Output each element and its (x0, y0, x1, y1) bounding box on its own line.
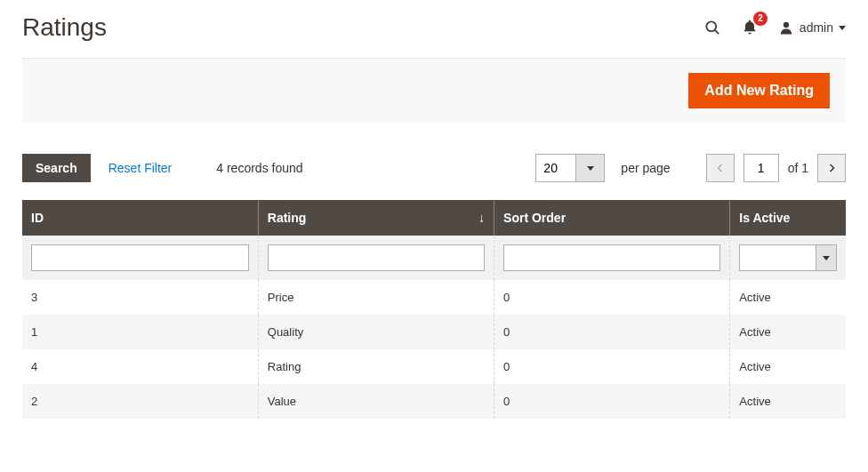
table-row[interactable]: 1Quality0Active (22, 315, 846, 349)
actions-bar: Add New Rating (22, 58, 846, 123)
page-title: Ratings (22, 13, 107, 42)
filter-sort-order-input[interactable] (503, 244, 720, 271)
chevron-left-icon (716, 164, 725, 172)
pager-current-page-input[interactable] (743, 154, 779, 182)
svg-point-2 (784, 22, 789, 28)
grid-header-row: ID Rating ↓ Sort Order Is Active (22, 200, 846, 236)
toolbar-right: per page of 1 (535, 154, 846, 182)
cell-rating: Quality (258, 315, 494, 349)
col-header-sort-order[interactable]: Sort Order (494, 200, 730, 236)
grid-toolbar: Search Reset Filter 4 records found per … (22, 154, 846, 182)
table-row[interactable]: 3Price0Active (22, 280, 846, 315)
page-header: Ratings 2 admin (22, 13, 846, 42)
records-found-label: 4 records found (216, 161, 302, 175)
col-header-id[interactable]: ID (22, 200, 258, 236)
notifications-icon[interactable]: 2 (741, 19, 759, 36)
admin-username: admin (800, 20, 833, 35)
col-header-rating[interactable]: Rating ↓ (258, 200, 494, 236)
cell-id: 1 (22, 315, 258, 349)
caret-down-icon (839, 26, 846, 30)
pager-of-total: of 1 (788, 161, 808, 175)
cell-rating: Value (258, 384, 494, 419)
ratings-grid: ID Rating ↓ Sort Order Is Active (22, 200, 846, 419)
chevron-down-icon (816, 244, 837, 271)
page-size-dropdown-arrow[interactable] (576, 154, 605, 182)
pager: of 1 (706, 154, 846, 182)
pager-next-button[interactable] (817, 154, 846, 182)
search-icon[interactable] (703, 19, 721, 36)
search-button[interactable]: Search (22, 154, 91, 182)
cell-sort_order: 0 (494, 280, 730, 315)
table-row[interactable]: 2Value0Active (22, 384, 846, 419)
cell-sort_order: 0 (494, 315, 730, 349)
cell-is_active: Active (730, 315, 846, 349)
svg-line-1 (715, 30, 719, 34)
per-page-label: per page (621, 161, 670, 175)
chevron-right-icon (827, 164, 836, 172)
grid-filter-row (22, 236, 846, 280)
add-new-rating-button[interactable]: Add New Rating (688, 73, 830, 108)
col-header-is-active[interactable]: Is Active (730, 200, 846, 236)
cell-is_active: Active (730, 349, 846, 384)
filter-rating-input[interactable] (268, 244, 485, 271)
cell-id: 2 (22, 384, 258, 419)
filter-id-input[interactable] (31, 244, 249, 271)
cell-rating: Rating (258, 349, 494, 384)
reset-filter-link[interactable]: Reset Filter (108, 161, 173, 175)
table-row[interactable]: 4Rating0Active (22, 349, 846, 384)
cell-id: 3 (22, 280, 258, 315)
filter-is-active-select[interactable] (739, 244, 837, 271)
notification-badge: 2 (753, 12, 768, 26)
cell-rating: Price (258, 280, 494, 315)
svg-point-0 (706, 21, 716, 31)
admin-user-menu[interactable]: admin (778, 20, 846, 36)
header-actions: 2 admin (703, 19, 846, 36)
sort-arrow-down-icon: ↓ (478, 211, 485, 225)
cell-is_active: Active (730, 280, 846, 315)
cell-sort_order: 0 (494, 384, 730, 419)
page-size-input[interactable] (535, 154, 576, 182)
cell-is_active: Active (730, 384, 846, 419)
page-size-select[interactable] (535, 154, 605, 182)
user-icon (778, 20, 794, 36)
toolbar-left: Search Reset Filter 4 records found (22, 154, 303, 182)
pager-prev-button[interactable] (706, 154, 735, 182)
cell-id: 4 (22, 349, 258, 384)
cell-sort_order: 0 (494, 349, 730, 384)
